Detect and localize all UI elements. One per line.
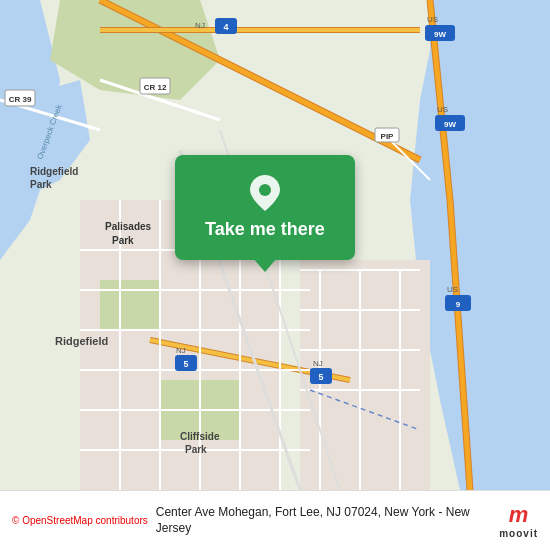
svg-text:Park: Park — [30, 179, 52, 190]
bottom-bar: © OpenStreetMap contributors Center Ave … — [0, 490, 550, 550]
svg-text:US: US — [437, 105, 448, 114]
svg-text:US: US — [427, 15, 438, 24]
svg-text:CR 12: CR 12 — [144, 83, 167, 92]
svg-text:PIP: PIP — [381, 132, 395, 141]
svg-text:NJ: NJ — [313, 359, 323, 368]
svg-text:Palisades: Palisades — [105, 221, 152, 232]
svg-text:Park: Park — [185, 444, 207, 455]
svg-point-75 — [259, 184, 271, 196]
popup-label: Take me there — [205, 219, 325, 240]
svg-text:Ridgefield: Ridgefield — [30, 166, 78, 177]
take-me-there-button[interactable]: Take me there — [175, 155, 355, 260]
moovit-icon: m — [509, 502, 529, 528]
moovit-brand: moovit — [499, 528, 538, 539]
svg-rect-7 — [100, 280, 160, 330]
svg-text:US: US — [447, 285, 458, 294]
svg-text:4: 4 — [223, 22, 228, 32]
svg-text:9: 9 — [456, 300, 461, 309]
svg-text:5: 5 — [183, 359, 188, 369]
map-container: 4 NJ 9W US 9W US 9 US 5 NJ 5 NJ CR 39 CR… — [0, 0, 550, 490]
address-label: Center Ave Mohegan, Fort Lee, NJ 07024, … — [156, 505, 491, 536]
svg-text:Cliffside: Cliffside — [180, 431, 220, 442]
svg-text:Park: Park — [112, 235, 134, 246]
svg-text:5: 5 — [318, 372, 323, 382]
svg-text:CR 39: CR 39 — [9, 95, 32, 104]
osm-text: © OpenStreetMap contributors — [12, 515, 148, 526]
osm-attribution: © OpenStreetMap contributors — [12, 515, 148, 526]
svg-text:NJ: NJ — [195, 21, 205, 30]
svg-text:9W: 9W — [444, 120, 456, 129]
location-pin-icon — [250, 175, 280, 211]
moovit-logo: m moovit — [499, 502, 538, 539]
svg-text:Ridgefield: Ridgefield — [55, 335, 108, 347]
svg-text:NJ: NJ — [176, 346, 186, 355]
svg-text:9W: 9W — [434, 30, 446, 39]
